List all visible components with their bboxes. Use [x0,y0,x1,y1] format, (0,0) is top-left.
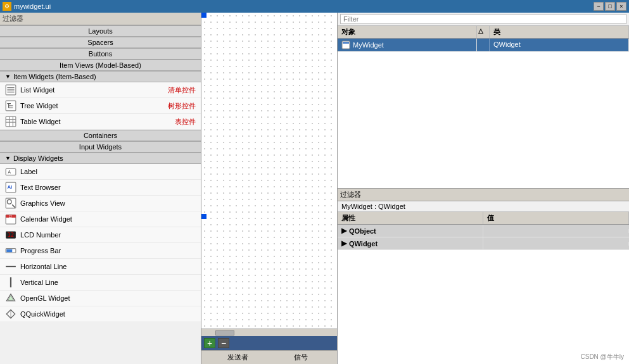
spacers-label: Spacers [87,39,113,46]
category-display-widgets[interactable]: ▼ Display Widgets [0,153,201,164]
table-widget-name: Table Widget [20,118,172,125]
inspector-col-object: 对象 [338,26,477,38]
layouts-label: Layouts [88,27,113,35]
inspector-object-name: MyWidget [338,39,477,51]
close-button[interactable]: × [616,2,626,11]
category-spacers[interactable]: Spacers [0,37,201,48]
category-containers[interactable]: Containers [0,130,201,141]
item-views-label: Item Views (Model-Based) [60,61,141,69]
list-widget-name: List Widget [20,86,165,94]
canvas-toolbar: + − [201,336,337,350]
calendar-widget-icon: 12 [5,213,16,225]
list-item-label[interactable]: A Label [0,164,201,180]
lcd-number-name: LCD Number [20,231,196,239]
category-input-widgets[interactable]: Input Widgets [0,141,201,153]
property-group-qobject-label: ▶ QObject [338,225,483,237]
inspector-sort-indicator [477,39,490,51]
inspector-filter-input[interactable] [340,14,626,24]
property-header: 属性 值 [338,212,629,225]
graphics-view-name: Graphics View [20,199,196,207]
property-filter-bar: 过滤器 [338,189,629,201]
horizontal-line-icon [5,261,16,272]
filter-label: 过滤器 [3,15,23,22]
svg-text:12: 12 [7,232,14,238]
display-widgets-label: Display Widgets [13,154,63,162]
list-item-calendar-widget[interactable]: 12 Calendar Widget [0,211,201,227]
canvas-scrollbar-h[interactable] [201,329,337,336]
svg-rect-9 [6,116,16,127]
progress-bar-icon [5,245,16,256]
remove-connection-button[interactable]: − [218,338,229,348]
property-group-qobject-value [483,229,629,233]
svg-text:AI: AI [7,184,12,190]
category-layouts[interactable]: Layouts [0,25,201,37]
category-item-views[interactable]: Item Views (Model-Based) [0,60,201,71]
lcd-number-icon: 12 [5,229,16,241]
property-editor: 过滤器 MyWidget : QWidget 属性 值 ▶ QObject [338,189,629,364]
display-widgets-arrow: ▼ [5,155,11,161]
property-group-qwidget[interactable]: ▶ QWidget [338,237,629,250]
inspector-row-mywidget[interactable]: MyWidget QWidget [338,39,629,52]
left-panel: 过滤器 Layouts Spacers Buttons Item Views (… [0,13,201,364]
list-item-opengl-widget[interactable]: OpenGL Widget [0,291,201,306]
input-widgets-label: Input Widgets [79,143,122,151]
item-widgets-arrow: ▼ [5,73,11,80]
horizontal-line-name: Horizontal Line [20,263,196,270]
right-panel: 对象 △ 类 MyWidget QWidget [338,13,629,364]
list-item-tree-widget[interactable]: Tree Widget 树形控件 [0,98,201,114]
inspector-filter-bar [338,13,629,26]
property-table: 属性 值 ▶ QObject ▶ QWidget [338,212,629,364]
svg-text:A: A [8,170,11,174]
min-button[interactable]: − [594,2,604,11]
text-browser-icon: AI [5,182,16,193]
canvas-footer: 发送者 信号 [201,350,337,364]
property-col-name: 属性 [338,212,483,224]
property-filter-label: 过滤器 [340,191,361,198]
qobject-label: QObject [349,227,376,235]
category-item-widgets[interactable]: ▼ Item Widgets (Item-Based) [0,71,201,82]
list-item-qquick-widget[interactable]: QQuickWidget [0,306,201,322]
title-bar-text: mywidget.ui [14,3,592,10]
svg-text:12: 12 [9,215,13,218]
add-connection-button[interactable]: + [204,338,215,348]
list-widget-icon [5,84,16,96]
list-item-table-widget[interactable]: Table Widget 表控件 [0,114,201,130]
canvas-area[interactable] [201,13,337,329]
tree-widget-icon [5,100,16,111]
list-item-progress-bar[interactable]: Progress Bar [0,243,201,259]
vertical-line-name: Vertical Line [20,279,196,286]
list-item-lcd-number[interactable]: 12 LCD Number [0,227,201,243]
qwidget-label: QWidget [349,240,378,248]
app-icon: ⚙ [3,2,11,11]
max-button[interactable]: □ [605,2,615,11]
svg-rect-35 [343,42,349,44]
list-item-horizontal-line[interactable]: Horizontal Line [0,259,201,275]
category-buttons[interactable]: Buttons [0,48,201,60]
property-group-qwidget-value [483,242,629,246]
property-group-qobject[interactable]: ▶ QObject [338,225,629,237]
property-col-value: 值 [483,212,629,224]
scroll-thumb-h[interactable] [215,330,234,336]
svg-rect-27 [6,249,12,253]
inspector-col-sort[interactable]: △ [477,26,490,38]
label-name: Label [20,168,196,175]
label-icon: A [5,166,16,177]
list-item-vertical-line[interactable]: Vertical Line [0,275,201,291]
inspector-class-name: QWidget [490,39,629,51]
text-browser-name: Text Browser [20,184,196,191]
table-widget-chinese: 表控件 [175,117,196,127]
list-widget-chinese: 清单控件 [168,85,196,95]
opengl-widget-name: OpenGL Widget [20,294,196,302]
inspector-table: 对象 △ 类 MyWidget QWidget [338,26,629,188]
buttons-label: Buttons [89,50,112,58]
footer-signal: 信号 [269,353,332,362]
list-item-graphics-view[interactable]: Graphics View [0,196,201,211]
inspector-header: 对象 △ 类 [338,26,629,39]
list-item-list-widget[interactable]: List Widget 清单控件 [0,82,201,98]
item-widgets-label: Item Widgets (Item-Based) [13,73,96,80]
canvas-indicator-bl [201,214,206,219]
list-item-text-browser[interactable]: AI Text Browser [0,180,201,196]
object-inspector: 对象 △ 类 MyWidget QWidget [338,13,629,189]
widget-filter-bar: 过滤器 [0,13,201,25]
qobject-arrow: ▶ [341,227,346,235]
